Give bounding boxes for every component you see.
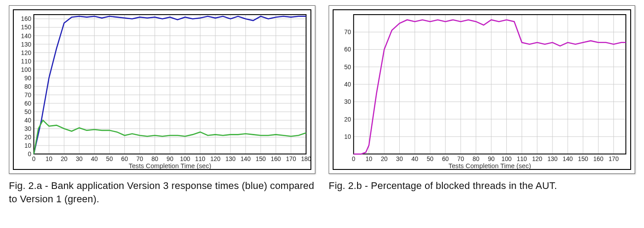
- svg-text:50: 50: [344, 63, 351, 71]
- svg-text:80: 80: [151, 155, 159, 162]
- svg-text:130: 130: [547, 155, 557, 162]
- svg-text:90: 90: [488, 155, 495, 162]
- svg-text:20: 20: [344, 116, 351, 123]
- svg-text:10: 10: [366, 155, 373, 162]
- svg-text:160: 160: [271, 155, 281, 162]
- svg-text:180: 180: [301, 155, 310, 162]
- svg-text:140: 140: [21, 32, 31, 39]
- svg-text:150: 150: [21, 24, 31, 31]
- svg-text:140: 140: [240, 155, 250, 162]
- svg-text:160: 160: [21, 15, 31, 22]
- caption-b: Fig. 2.b - Percentage of blocked threads…: [329, 179, 635, 193]
- svg-text:110: 110: [21, 58, 31, 65]
- svg-text:40: 40: [91, 155, 98, 162]
- svg-text:10: 10: [46, 155, 53, 162]
- chart-a-svg: 0102030405060708090100110120130140150160…: [14, 10, 310, 169]
- svg-text:150: 150: [578, 155, 588, 162]
- svg-text:40: 40: [344, 81, 351, 88]
- figure-panel: 0102030405060708090100110120130140150160…: [0, 0, 644, 228]
- svg-text:110: 110: [517, 155, 527, 162]
- svg-text:30: 30: [396, 155, 403, 162]
- svg-text:70: 70: [457, 155, 465, 162]
- svg-text:30: 30: [24, 125, 32, 132]
- svg-text:100: 100: [21, 66, 31, 73]
- svg-text:70: 70: [24, 91, 32, 98]
- panel-b: 1020304050607001020304050607080901001101…: [329, 5, 635, 223]
- svg-text:100: 100: [501, 155, 512, 162]
- chart-a-plot: 0102030405060708090100110120130140150160…: [13, 9, 311, 170]
- svg-text:0: 0: [32, 155, 36, 162]
- svg-text:100: 100: [180, 155, 190, 162]
- chart-b-frame: 1020304050607001020304050607080901001101…: [329, 5, 635, 174]
- svg-text:0: 0: [352, 155, 355, 162]
- svg-text:40: 40: [411, 155, 418, 162]
- svg-text:50: 50: [106, 155, 113, 162]
- chart-b-plot: 1020304050607001020304050607080901001101…: [333, 9, 631, 170]
- svg-text:60: 60: [24, 100, 32, 107]
- svg-text:30: 30: [344, 98, 351, 105]
- svg-text:40: 40: [24, 117, 32, 124]
- svg-text:60: 60: [121, 155, 128, 162]
- svg-text:20: 20: [24, 134, 32, 141]
- svg-text:150: 150: [256, 155, 266, 162]
- svg-text:Tests Completion Time (sec): Tests Completion Time (sec): [449, 162, 531, 169]
- svg-text:90: 90: [24, 75, 32, 82]
- svg-text:170: 170: [608, 155, 619, 162]
- svg-text:80: 80: [24, 83, 32, 90]
- svg-text:130: 130: [225, 155, 235, 162]
- panel-a: 0102030405060708090100110120130140150160…: [9, 5, 315, 223]
- svg-text:120: 120: [21, 49, 31, 56]
- svg-text:50: 50: [24, 108, 32, 115]
- svg-text:20: 20: [381, 155, 388, 162]
- svg-text:80: 80: [473, 155, 480, 162]
- svg-text:Tests Completion Time (sec): Tests Completion Time (sec): [129, 162, 211, 169]
- svg-text:90: 90: [167, 155, 174, 162]
- svg-text:30: 30: [76, 155, 83, 162]
- svg-text:140: 140: [563, 155, 573, 162]
- svg-text:120: 120: [532, 155, 542, 162]
- svg-text:10: 10: [24, 142, 32, 149]
- svg-text:10: 10: [344, 133, 351, 140]
- svg-text:20: 20: [61, 155, 68, 162]
- svg-text:120: 120: [210, 155, 220, 162]
- caption-a: Fig. 2.a - Bank application Version 3 re…: [9, 179, 315, 205]
- svg-text:160: 160: [593, 155, 604, 162]
- svg-text:50: 50: [427, 155, 434, 162]
- chart-b-svg: 1020304050607001020304050607080901001101…: [334, 10, 630, 169]
- svg-text:60: 60: [344, 46, 351, 53]
- svg-text:0: 0: [28, 150, 32, 157]
- svg-text:170: 170: [286, 155, 296, 162]
- svg-text:70: 70: [344, 28, 351, 35]
- svg-text:110: 110: [195, 155, 205, 162]
- svg-text:60: 60: [442, 155, 449, 162]
- chart-a-frame: 0102030405060708090100110120130140150160…: [9, 5, 315, 174]
- svg-text:70: 70: [136, 155, 143, 162]
- svg-text:130: 130: [21, 40, 31, 47]
